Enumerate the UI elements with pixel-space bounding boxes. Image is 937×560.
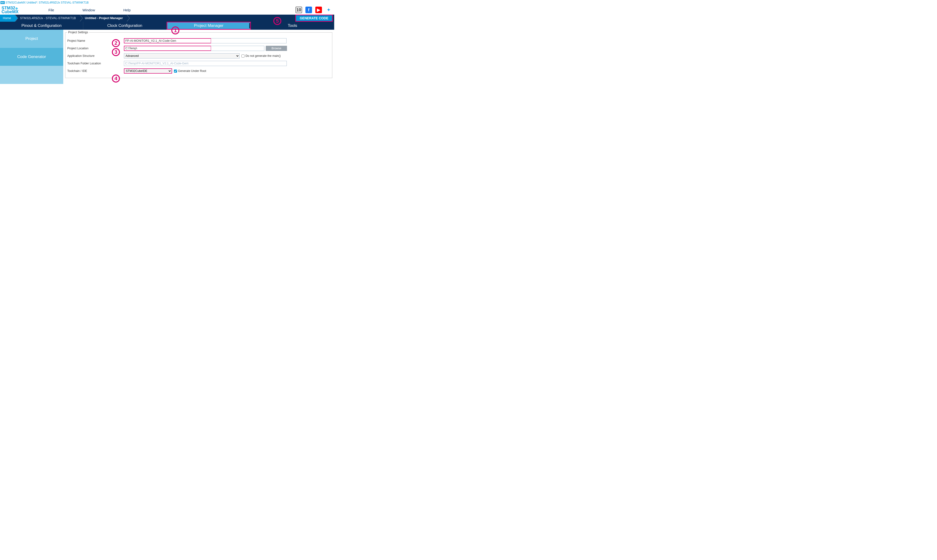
crumb-device[interactable]: STM32L4R9ZIJx - STEVAL-STWINKT1B [15,15,80,22]
select-app-structure[interactable]: Advanced [124,53,239,58]
crumb-page[interactable]: Untitled - Project Manager [80,15,127,22]
callout-5: 5 [273,17,281,25]
input-project-location[interactable] [124,46,211,51]
mx-badge-icon: MX [0,1,5,4]
ten-year-badge-icon: 10 [295,6,302,13]
menubar: STM32◆ CubeMX File Window Help 10 f ▶ ✦ [0,5,334,15]
sidebar-item-project[interactable]: Project [0,30,63,48]
menu-window[interactable]: Window [82,8,95,12]
callout-3: 3 [112,48,120,56]
sidebar-item-code-generator[interactable]: Code Generator [0,48,63,66]
tab-tools[interactable]: Tools [251,22,334,30]
form-legend: Project Settings [67,31,89,34]
checkbox-no-main-input[interactable] [241,54,244,57]
breadcrumb: Home STM32L4R9ZIJx - STEVAL-STWINKT1B Un… [0,15,334,22]
pm-sidebar: Project Code Generator [0,30,63,84]
window-titlebar: MX STM32CubeMX Untitled*: STM32L4R9ZIJx … [0,0,334,5]
main-tabs: Pinout & Configuration Clock Configurati… [0,22,334,30]
facebook-icon[interactable]: f [306,6,312,13]
checkbox-no-main[interactable]: Do not generate the main() [241,54,281,57]
tab-clock[interactable]: Clock Configuration [83,22,167,30]
input-project-name[interactable] [124,38,211,43]
tab-pinout[interactable]: Pinout & Configuration [0,22,83,30]
checkbox-gen-under-root-input[interactable] [174,69,177,72]
callout-2: 2 [112,39,120,47]
label-toolchain-folder: Toolchain Folder Location [67,62,124,65]
project-settings-form: Project Settings Project Name Project Lo… [63,30,334,84]
window-title: STM32CubeMX Untitled*: STM32L4R9ZIJx STE… [6,1,89,4]
logo-bottom: CubeMX [2,9,19,14]
select-toolchain-ide[interactable]: STM32CubeIDE [124,68,172,74]
callout-1: 1 [171,26,179,34]
input-toolchain-folder [124,61,287,66]
tab-project-manager[interactable]: Project Manager [167,22,251,30]
menu-help[interactable]: Help [123,8,131,12]
browse-button[interactable]: Browse [266,46,287,51]
menu-file[interactable]: File [48,8,54,12]
youtube-icon[interactable]: ▶ [315,6,322,13]
twitter-icon[interactable]: ✦ [325,6,332,13]
crumb-home[interactable]: Home [0,15,15,22]
checkbox-gen-under-root[interactable]: Generate Under Root [174,69,206,72]
generate-code-button[interactable]: GENERATE CODE [295,15,333,22]
label-toolchain-ide: Toolchain / IDE [67,69,124,72]
sidebar-item-blank [0,66,63,84]
app-logo: STM32◆ CubeMX [0,6,20,14]
main-content: Project Code Generator Project Settings … [0,30,334,84]
callout-4: 4 [112,74,120,83]
